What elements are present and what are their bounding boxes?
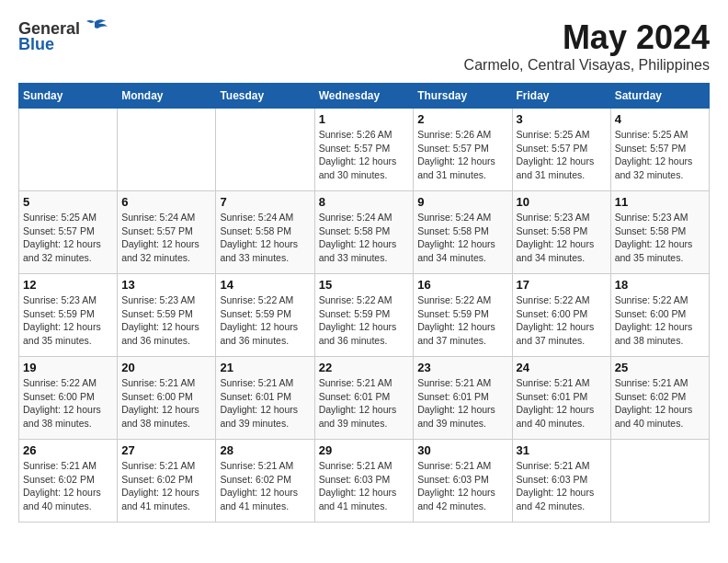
table-row xyxy=(610,440,709,523)
day-number: 17 xyxy=(517,278,607,292)
day-number: 14 xyxy=(220,278,310,292)
page-header: General Blue May 2024 Carmelo, Central V… xyxy=(18,18,710,74)
day-info: Sunrise: 5:26 AMSunset: 5:57 PMDaylight:… xyxy=(417,128,507,182)
day-info: Sunrise: 5:23 AMSunset: 5:59 PMDaylight:… xyxy=(23,293,113,348)
title-area: May 2024 Carmelo, Central Visayas, Phili… xyxy=(464,18,710,74)
table-row: 29Sunrise: 5:21 AMSunset: 6:03 PMDayligh… xyxy=(314,440,414,523)
day-number: 29 xyxy=(319,443,410,457)
day-number: 2 xyxy=(417,112,507,126)
day-number: 12 xyxy=(23,278,113,292)
day-number: 1 xyxy=(319,112,410,126)
logo: General Blue xyxy=(18,18,108,54)
day-info: Sunrise: 5:26 AMSunset: 5:57 PMDaylight:… xyxy=(319,128,410,182)
day-info: Sunrise: 5:21 AMSunset: 6:03 PMDaylight:… xyxy=(517,459,607,513)
day-number: 31 xyxy=(517,443,607,457)
table-row: 17Sunrise: 5:22 AMSunset: 6:00 PMDayligh… xyxy=(512,274,610,357)
table-row xyxy=(216,109,314,191)
table-row: 16Sunrise: 5:22 AMSunset: 5:59 PMDayligh… xyxy=(414,274,512,357)
table-row: 24Sunrise: 5:21 AMSunset: 6:01 PMDayligh… xyxy=(512,357,610,440)
day-info: Sunrise: 5:23 AMSunset: 5:58 PMDaylight:… xyxy=(615,211,705,265)
day-info: Sunrise: 5:21 AMSunset: 6:02 PMDaylight:… xyxy=(23,459,113,513)
day-number: 27 xyxy=(121,443,211,457)
table-row: 26Sunrise: 5:21 AMSunset: 6:02 PMDayligh… xyxy=(19,440,118,523)
day-number: 9 xyxy=(417,195,507,209)
day-number: 6 xyxy=(121,195,211,209)
day-number: 19 xyxy=(23,361,113,374)
day-number: 5 xyxy=(23,195,113,209)
day-info: Sunrise: 5:23 AMSunset: 5:58 PMDaylight:… xyxy=(517,211,607,265)
day-info: Sunrise: 5:25 AMSunset: 5:57 PMDaylight:… xyxy=(517,128,607,182)
day-info: Sunrise: 5:22 AMSunset: 6:00 PMDaylight:… xyxy=(517,293,607,348)
col-wednesday: Wednesday xyxy=(314,84,414,109)
col-saturday: Saturday xyxy=(610,84,709,109)
day-info: Sunrise: 5:21 AMSunset: 6:02 PMDaylight:… xyxy=(121,459,211,513)
day-info: Sunrise: 5:21 AMSunset: 6:00 PMDaylight:… xyxy=(121,376,211,431)
day-info: Sunrise: 5:22 AMSunset: 5:59 PMDaylight:… xyxy=(319,293,410,348)
table-row: 28Sunrise: 5:21 AMSunset: 6:02 PMDayligh… xyxy=(216,440,314,523)
day-info: Sunrise: 5:22 AMSunset: 6:00 PMDaylight:… xyxy=(615,293,705,348)
table-row: 25Sunrise: 5:21 AMSunset: 6:02 PMDayligh… xyxy=(610,357,709,440)
table-row: 27Sunrise: 5:21 AMSunset: 6:02 PMDayligh… xyxy=(118,440,216,523)
day-number: 21 xyxy=(220,361,310,374)
col-thursday: Thursday xyxy=(414,84,512,109)
day-info: Sunrise: 5:24 AMSunset: 5:57 PMDaylight:… xyxy=(121,211,211,265)
day-info: Sunrise: 5:25 AMSunset: 5:57 PMDaylight:… xyxy=(23,211,113,265)
day-info: Sunrise: 5:22 AMSunset: 6:00 PMDaylight:… xyxy=(23,376,113,431)
day-number: 15 xyxy=(319,278,410,292)
day-number: 10 xyxy=(517,195,607,209)
table-row: 8Sunrise: 5:24 AMSunset: 5:58 PMDaylight… xyxy=(314,191,414,274)
table-row: 23Sunrise: 5:21 AMSunset: 6:01 PMDayligh… xyxy=(414,357,512,440)
col-tuesday: Tuesday xyxy=(216,84,314,109)
day-info: Sunrise: 5:22 AMSunset: 5:59 PMDaylight:… xyxy=(417,293,507,348)
day-number: 30 xyxy=(417,443,507,457)
day-info: Sunrise: 5:22 AMSunset: 5:59 PMDaylight:… xyxy=(220,293,310,348)
day-info: Sunrise: 5:21 AMSunset: 6:03 PMDaylight:… xyxy=(417,459,507,513)
table-row: 12Sunrise: 5:23 AMSunset: 5:59 PMDayligh… xyxy=(19,274,118,357)
table-row: 19Sunrise: 5:22 AMSunset: 6:00 PMDayligh… xyxy=(19,357,118,440)
day-number: 11 xyxy=(615,195,705,209)
day-info: Sunrise: 5:21 AMSunset: 6:02 PMDaylight:… xyxy=(220,459,310,513)
day-number: 8 xyxy=(319,195,410,209)
col-friday: Friday xyxy=(512,84,610,109)
table-row: 22Sunrise: 5:21 AMSunset: 6:01 PMDayligh… xyxy=(314,357,414,440)
calendar-table: Sunday Monday Tuesday Wednesday Thursday… xyxy=(18,83,710,523)
table-row: 11Sunrise: 5:23 AMSunset: 5:58 PMDayligh… xyxy=(610,191,709,274)
table-row: 31Sunrise: 5:21 AMSunset: 6:03 PMDayligh… xyxy=(512,440,610,523)
day-number: 3 xyxy=(517,112,607,126)
table-row: 5Sunrise: 5:25 AMSunset: 5:57 PMDaylight… xyxy=(19,191,118,274)
calendar-header-row: Sunday Monday Tuesday Wednesday Thursday… xyxy=(19,84,710,109)
table-row: 10Sunrise: 5:23 AMSunset: 5:58 PMDayligh… xyxy=(512,191,610,274)
table-row: 4Sunrise: 5:25 AMSunset: 5:57 PMDaylight… xyxy=(610,109,709,191)
day-info: Sunrise: 5:24 AMSunset: 5:58 PMDaylight:… xyxy=(220,211,310,265)
calendar-week-row: 26Sunrise: 5:21 AMSunset: 6:02 PMDayligh… xyxy=(19,440,710,523)
bird-icon xyxy=(82,18,108,39)
location-title: Carmelo, Central Visayas, Philippines xyxy=(464,57,710,74)
day-number: 22 xyxy=(319,361,410,374)
day-number: 20 xyxy=(121,361,211,374)
day-number: 18 xyxy=(615,278,705,292)
calendar-week-row: 12Sunrise: 5:23 AMSunset: 5:59 PMDayligh… xyxy=(19,274,710,357)
day-info: Sunrise: 5:21 AMSunset: 6:02 PMDaylight:… xyxy=(615,376,705,431)
table-row: 1Sunrise: 5:26 AMSunset: 5:57 PMDaylight… xyxy=(314,109,414,191)
day-info: Sunrise: 5:21 AMSunset: 6:01 PMDaylight:… xyxy=(220,376,310,431)
table-row: 30Sunrise: 5:21 AMSunset: 6:03 PMDayligh… xyxy=(414,440,512,523)
day-number: 13 xyxy=(121,278,211,292)
table-row: 20Sunrise: 5:21 AMSunset: 6:00 PMDayligh… xyxy=(118,357,216,440)
day-number: 7 xyxy=(220,195,310,209)
day-number: 16 xyxy=(417,278,507,292)
table-row: 15Sunrise: 5:22 AMSunset: 5:59 PMDayligh… xyxy=(314,274,414,357)
day-number: 4 xyxy=(615,112,705,126)
day-info: Sunrise: 5:21 AMSunset: 6:03 PMDaylight:… xyxy=(319,459,410,513)
table-row: 13Sunrise: 5:23 AMSunset: 5:59 PMDayligh… xyxy=(118,274,216,357)
logo-blue-text: Blue xyxy=(18,35,54,54)
day-info: Sunrise: 5:23 AMSunset: 5:59 PMDaylight:… xyxy=(121,293,211,348)
table-row xyxy=(19,109,118,191)
day-number: 24 xyxy=(517,361,607,374)
day-info: Sunrise: 5:24 AMSunset: 5:58 PMDaylight:… xyxy=(319,211,410,265)
day-info: Sunrise: 5:21 AMSunset: 6:01 PMDaylight:… xyxy=(517,376,607,431)
day-info: Sunrise: 5:21 AMSunset: 6:01 PMDaylight:… xyxy=(319,376,410,431)
table-row: 7Sunrise: 5:24 AMSunset: 5:58 PMDaylight… xyxy=(216,191,314,274)
table-row: 14Sunrise: 5:22 AMSunset: 5:59 PMDayligh… xyxy=(216,274,314,357)
calendar-week-row: 1Sunrise: 5:26 AMSunset: 5:57 PMDaylight… xyxy=(19,109,710,191)
day-number: 23 xyxy=(417,361,507,374)
